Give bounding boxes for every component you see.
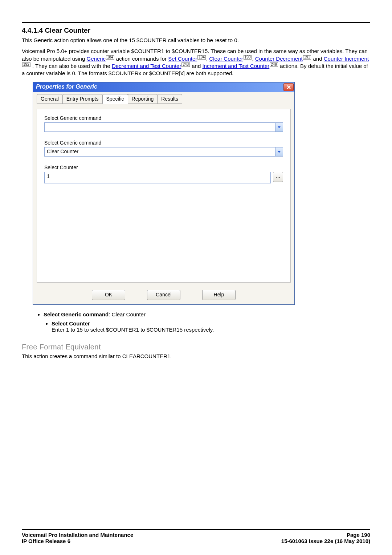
select-counter-row: 1 ··· — [44, 172, 283, 183]
increment-test-ref: 249 — [270, 62, 278, 67]
footer-row-1: Voicemail Pro Installation and Maintenan… — [22, 532, 370, 538]
specific-panel: Select Generic command Select Generic co… — [37, 109, 291, 283]
chevron-down-icon — [278, 126, 281, 128]
intro-paragraph: This Generic action option allows one of… — [22, 37, 370, 44]
counter-increment-link[interactable]: Counter Increment — [324, 56, 369, 62]
browse-button[interactable]: ··· — [273, 172, 283, 182]
chevron-down-icon — [278, 151, 281, 153]
select-counter-input[interactable]: 1 — [44, 172, 271, 183]
counter-decrement-link[interactable]: Counter Decrement — [255, 56, 303, 62]
bullet-tail: : Clear Counter — [109, 311, 146, 317]
generic-link[interactable]: Generic — [86, 56, 106, 62]
clear-counter-link[interactable]: Clear Counter — [209, 56, 243, 62]
footer-right-2: 15-601063 Issue 22e (16 May 2010) — [281, 538, 370, 544]
sub-bullet-lead: Select Counter — [52, 320, 90, 327]
free-format-heading: Free Format Equivalent — [22, 343, 370, 351]
set-counter-ref: 194 — [197, 55, 206, 60]
footer-left-1: Voicemail Pro Installation and Maintenan… — [22, 532, 133, 538]
combo-dropdown-button-2[interactable] — [275, 147, 283, 156]
tab-entry-prompts[interactable]: Entry Prompts — [62, 94, 103, 104]
para-text: action commands for — [116, 56, 168, 62]
properties-dialog: Properties for Generic ✕ General Entry P… — [33, 82, 295, 305]
page-footer: Voicemail Pro Installation and Maintenan… — [22, 529, 370, 544]
generic-command-combo-1[interactable] — [44, 122, 283, 132]
section-title: 4.4.1.4 Clear Counter — [22, 27, 370, 35]
close-icon: ✕ — [286, 84, 291, 91]
bullet-lead: Select Generic command — [44, 311, 109, 317]
generic-command-label-1: Select Generic command — [44, 115, 283, 121]
section-title-text: Clear Counter — [45, 27, 90, 34]
bullet-select-counter: Select Counter Enter 1 to 15 to select $… — [52, 320, 370, 333]
para-text: and — [192, 63, 202, 69]
generic-command-value-2: Clear Counter — [45, 147, 275, 156]
tab-specific[interactable]: Specific — [102, 94, 128, 104]
dialog-button-row: OK Cancel Help — [37, 290, 291, 300]
counter-decrement-ref: 191 — [303, 55, 311, 60]
top-rule — [22, 22, 370, 23]
cancel-button[interactable]: Cancel — [147, 290, 180, 300]
detail-paragraph: Voicemail Pro 5.0+ provides counter vari… — [22, 48, 370, 77]
footer-row-2: IP Office Release 6 15-601063 Issue 22e … — [22, 538, 370, 544]
generic-ref: 184 — [106, 55, 114, 60]
decrement-test-ref: 248 — [181, 62, 190, 67]
free-format-text: This action creates a command similar to… — [22, 353, 370, 360]
para-text: and — [313, 56, 324, 62]
footer-left-2: IP Office Release 6 — [22, 538, 70, 544]
counter-increment-ref: 192 — [22, 62, 30, 67]
ok-button[interactable]: OK — [92, 290, 125, 300]
section-number: 4.4.1.4 — [22, 27, 43, 34]
clear-counter-ref: 190 — [244, 55, 252, 60]
generic-command-label-2: Select Generic command — [44, 140, 283, 146]
para-text: . They can also be used with the — [32, 63, 112, 69]
document-page: 4.4.1.4 Clear Counter This Generic actio… — [0, 0, 392, 555]
sub-bullet-text: Enter 1 to 15 to select $COUNTER1 to $CO… — [52, 327, 214, 333]
dialog-body: General Entry Prompts Specific Reporting… — [33, 92, 294, 304]
set-counter-link[interactable]: Set Counter — [168, 56, 197, 62]
increment-test-link[interactable]: Increment and Test Counter — [202, 63, 269, 69]
decrement-test-link[interactable]: Decrement and Test Counter — [112, 63, 181, 69]
sub-bullet-list: Select Counter Enter 1 to 15 to select $… — [52, 320, 370, 333]
bullet-select-generic: Select Generic command: Clear Counter Se… — [44, 311, 370, 333]
tab-reporting[interactable]: Reporting — [128, 94, 158, 104]
generic-command-value-1 — [45, 123, 275, 131]
tab-results[interactable]: Results — [157, 94, 182, 104]
bullet-list: Select Generic command: Clear Counter Se… — [44, 311, 370, 333]
combo-dropdown-button-1[interactable] — [275, 123, 283, 131]
close-button[interactable]: ✕ — [283, 83, 294, 91]
tab-strip: General Entry Prompts Specific Reporting… — [37, 94, 291, 104]
dialog-titlebar: Properties for Generic ✕ — [33, 82, 294, 92]
dialog-title: Properties for Generic — [33, 82, 283, 92]
bottom-rule — [22, 529, 370, 530]
footer-right-1: Page 190 — [347, 532, 370, 538]
help-button[interactable]: Help — [202, 290, 236, 300]
tab-general[interactable]: General — [37, 94, 63, 104]
select-counter-label: Select Counter — [44, 165, 283, 170]
generic-command-combo-2[interactable]: Clear Counter — [44, 147, 283, 157]
